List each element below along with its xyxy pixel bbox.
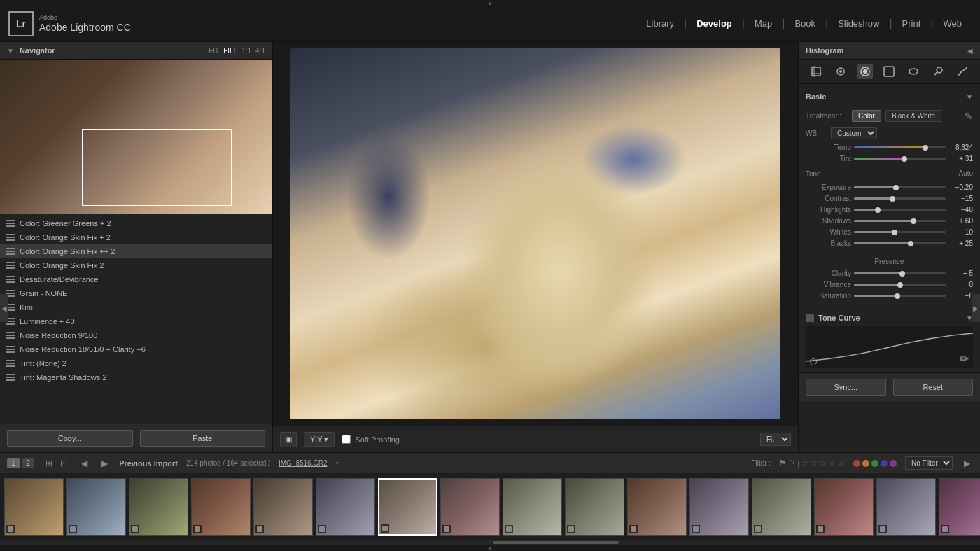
soft-proofing-checkbox[interactable] (342, 435, 351, 444)
exposure-slider[interactable] (854, 186, 946, 188)
preset-item[interactable]: Grain - NONE (0, 286, 272, 300)
shadows-thumb[interactable] (911, 218, 916, 224)
filmstrip-segment-1[interactable]: 1 (7, 458, 20, 468)
tint-thumb[interactable] (902, 156, 907, 162)
filmstrip-thumb[interactable] (440, 478, 500, 536)
gradient-filter-button[interactable] (881, 64, 897, 79)
color-treatment-button[interactable]: Color (852, 110, 881, 122)
preset-item[interactable]: Color: Orange Skin Fix + 2 (0, 230, 272, 244)
exposure-thumb[interactable] (893, 185, 899, 190)
next-button[interactable]: ▶ (99, 457, 111, 470)
no-filter-dropdown[interactable]: No Filter (905, 456, 953, 470)
prev-button[interactable]: ◀ (78, 457, 90, 470)
basic-collapse-icon[interactable]: ▼ (966, 93, 973, 101)
photo-view[interactable] (273, 42, 798, 426)
preset-item[interactable]: Color: Orange Skin Fix 2 (0, 258, 272, 272)
star-5[interactable]: ☆ (838, 459, 845, 468)
filmstrip-thumb[interactable] (752, 478, 811, 536)
green-filter[interactable] (872, 460, 878, 467)
flag-filter[interactable]: ⚑ (779, 459, 786, 468)
star-3[interactable]: ☆ (820, 459, 827, 468)
sync-button[interactable]: Sync... (806, 379, 886, 396)
star-4[interactable]: ☆ (829, 459, 836, 468)
nav-slideshow[interactable]: Slideshow (828, 6, 889, 42)
single-view-button[interactable]: ▣ (280, 432, 297, 447)
reset-button[interactable]: Reset (893, 379, 974, 396)
preset-item[interactable]: Noise Reduction 9/100 (0, 328, 272, 342)
grid-view-button[interactable]: ⊞ (43, 457, 55, 470)
loupe-view-button[interactable]: ⊡ (57, 457, 70, 470)
filmstrip-thumb[interactable] (4, 478, 64, 536)
spot-heal-tool-button[interactable] (833, 64, 848, 79)
filmstrip-thumb[interactable] (627, 478, 687, 536)
fit-1-1[interactable]: 1:1 (241, 47, 251, 55)
fit-4-1[interactable]: 4:1 (255, 47, 265, 55)
fit-fit[interactable]: FIT (209, 47, 219, 55)
vibrance-thumb[interactable] (897, 282, 903, 288)
nav-develop[interactable]: Develop (687, 6, 742, 42)
highlights-slider[interactable] (854, 209, 946, 211)
tone-curve-button[interactable] (955, 64, 970, 79)
tint-slider[interactable] (854, 158, 946, 160)
right-panel-toggle[interactable]: ▶ (972, 294, 980, 322)
filmstrip-thumb[interactable] (253, 478, 313, 536)
nav-web[interactable]: Web (934, 6, 972, 42)
fit-fill[interactable]: FILL (223, 47, 237, 55)
histogram-collapse-icon[interactable]: ◀ (967, 47, 973, 55)
filmstrip-thumb[interactable] (690, 478, 749, 536)
purple-filter[interactable] (890, 460, 897, 467)
highlights-thumb[interactable] (875, 207, 881, 213)
star-1[interactable]: ☆ (802, 459, 808, 468)
preset-item[interactable]: Color: Greener Greens + 2 (0, 216, 272, 230)
radial-filter-button[interactable] (906, 64, 921, 79)
redeye-tool-button[interactable] (858, 64, 873, 79)
filmstrip-thumb[interactable] (814, 478, 874, 536)
scrollbar-thumb[interactable] (493, 541, 619, 544)
temp-slider[interactable] (854, 146, 946, 148)
film-filename[interactable]: IMG_8516.CR2 (279, 459, 327, 467)
filmstrip-thumb[interactable] (503, 478, 562, 536)
nav-print[interactable]: Print (892, 6, 931, 42)
zoom-dropdown[interactable]: Fit Fill 1:1 (760, 433, 791, 446)
temp-thumb[interactable] (923, 145, 928, 151)
navigator-collapse-icon[interactable]: ▼ (7, 47, 14, 55)
adjustment-brush-button[interactable] (930, 64, 946, 79)
filmstrip-thumb[interactable] (876, 478, 936, 536)
star-2[interactable]: ☆ (811, 459, 818, 468)
tone-curve-edit-icon[interactable]: ✏ (960, 352, 969, 365)
tone-curve-point-icon[interactable] (810, 358, 817, 365)
preset-item[interactable]: Kim (0, 300, 272, 314)
blacks-slider[interactable] (854, 242, 946, 244)
filmstrip-thumb[interactable] (129, 478, 188, 536)
clarity-thumb[interactable] (899, 271, 905, 277)
preset-item[interactable]: Desaturate/Devibrance (0, 272, 272, 286)
navigator-preview[interactable] (0, 60, 272, 214)
filmstrip-thumb[interactable] (191, 478, 251, 536)
filmstrip-thumb[interactable] (66, 478, 126, 536)
filmstrip-expand-button[interactable]: ▶ (961, 457, 973, 470)
paste-button[interactable]: Paste (140, 430, 266, 447)
preset-item[interactable]: Tint: (None) 2 (0, 356, 272, 370)
preset-item[interactable]: Tint: Magenta Shadows 2 (0, 370, 272, 384)
left-panel-toggle[interactable]: ◀ (0, 294, 8, 322)
blacks-thumb[interactable] (908, 241, 913, 246)
preset-item[interactable]: Luminence + 40 (0, 314, 272, 328)
whites-slider[interactable] (854, 231, 946, 233)
crop-tool-button[interactable] (808, 64, 824, 79)
filmstrip-segment-2[interactable]: 2 (22, 458, 35, 468)
yellow-filter[interactable] (862, 460, 869, 467)
wb-dropdown[interactable]: Custom As Shot Auto (831, 127, 877, 139)
copy-button[interactable]: Copy... (7, 430, 133, 447)
bottom-panel-arrow[interactable]: ▼ (0, 545, 980, 551)
preset-item[interactable]: Noise Reduction 18/51/0 + Clarity +6 (0, 342, 272, 356)
red-filter[interactable] (853, 460, 860, 467)
filmstrip-thumb-selected[interactable] (378, 478, 438, 536)
contrast-thumb[interactable] (890, 196, 895, 202)
auto-button[interactable]: Auto (958, 169, 973, 177)
bw-treatment-button[interactable]: Black & White (886, 110, 941, 122)
preset-item[interactable]: Color: Orange Skin Fix ++ 2 (0, 244, 272, 258)
xy-tool-button[interactable]: Y|Y ▾ (304, 432, 335, 447)
contrast-slider[interactable] (854, 197, 946, 200)
blue-filter[interactable] (881, 460, 888, 467)
filmstrip-thumb[interactable] (316, 478, 375, 536)
